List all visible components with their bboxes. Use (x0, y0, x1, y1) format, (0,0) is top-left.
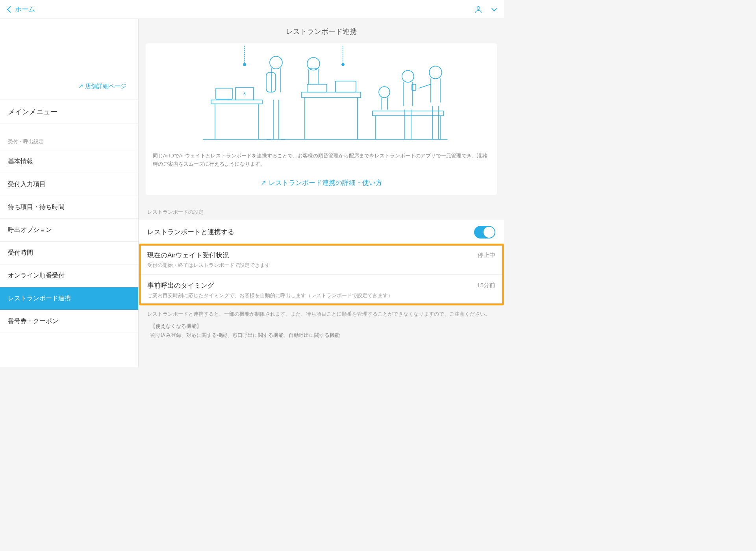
sidebar-item-ticket-coupon[interactable]: 番号券・クーポン (0, 310, 138, 333)
shop-link-label: 店舗詳細ページ (85, 83, 126, 89)
setting-row-reception-status[interactable]: 現在のAirウェイト受付状況 停止中 受付の開始・終了はレストランボードで設定で… (139, 244, 504, 275)
svg-rect-2 (211, 100, 262, 104)
svg-rect-24 (372, 111, 443, 116)
main-content: レストランボード連携 3 (139, 19, 504, 367)
svg-text:3: 3 (243, 92, 246, 96)
sidebar-section-label: 受付・呼出設定 (0, 124, 138, 150)
row-value: 停止中 (478, 251, 495, 259)
settings-list: レストランボートと連携する 現在のAirウェイト受付状況 停止中 受付の開始・終… (139, 220, 504, 305)
sidebar-item-basic-info[interactable]: 基本情報 (0, 150, 138, 173)
top-bar: ホーム (0, 0, 504, 19)
svg-rect-13 (266, 72, 276, 92)
external-link-icon: ↗ (261, 179, 266, 187)
svg-rect-18 (307, 84, 327, 92)
sidebar-item-reception-time[interactable]: 受付時間 (0, 242, 138, 264)
chevron-down-icon[interactable] (491, 6, 497, 11)
row-value: 15分前 (477, 282, 495, 289)
note-disabled-list: 割り込み登録、対応に関する機能、窓口呼出に関する機能、自動呼出に関する機能 (139, 331, 504, 347)
external-link-icon: ↗ (78, 83, 83, 89)
info-card: 3 (146, 43, 497, 195)
details-link-label: レストランボード連携の詳細・使い方 (269, 179, 382, 187)
svg-rect-5 (216, 88, 232, 99)
back-label: ホーム (15, 5, 35, 14)
details-link[interactable]: ↗レストランボード連携の詳細・使い方 (146, 171, 497, 195)
top-bar-right (474, 5, 496, 14)
row-title: 事前呼出のタイミング (147, 281, 214, 290)
row-desc: 受付の開始・終了はレストランボードで設定できます (147, 262, 495, 269)
restaurant-illustration: 3 (146, 43, 497, 146)
page-title: レストランボード連携 (139, 19, 504, 43)
svg-rect-15 (302, 92, 361, 98)
sidebar-item-input-fields[interactable]: 受付入力項目 (0, 173, 138, 196)
sidebar-item-wait-items[interactable]: 待ち項目・待ち時間 (0, 196, 138, 219)
svg-point-20 (379, 87, 390, 98)
settings-section-label: レストランボードの設定 (139, 199, 504, 220)
note-disabled-heading: 【使えなくなる機能】 (139, 320, 504, 331)
back-button[interactable]: ホーム (8, 5, 35, 14)
shop-detail-link[interactable]: ↗店舗詳細ページ (0, 83, 138, 100)
row-desc: ご案内目安時刻に応じたタイミングで、お客様を自動的に呼出します（レストランボード… (147, 292, 495, 299)
sidebar-item-call-options[interactable]: 呼出オプション (0, 219, 138, 242)
row-title: 現在のAirウェイト受付状況 (147, 251, 229, 260)
sidebar: ↗店舗詳細ページ メインメニュー 受付・呼出設定 基本情報 受付入力項目 待ち項… (0, 19, 139, 367)
svg-point-23 (429, 66, 442, 79)
svg-point-0 (477, 6, 480, 9)
integration-toggle[interactable] (474, 226, 495, 239)
setting-row-precall-timing[interactable]: 事前呼出のタイミング 15分前 ご案内目安時刻に応じたタイミングで、お客様を自動… (139, 275, 504, 305)
svg-point-12 (270, 56, 282, 69)
sidebar-item-online-queue[interactable]: オンライン順番受付 (0, 264, 138, 287)
card-description: 同じAirIDでAirウェイトとレストランボードを連携することで、お客様の順番管… (146, 146, 497, 171)
svg-point-11 (342, 63, 344, 66)
main-menu-item[interactable]: メインメニュー (0, 100, 138, 124)
svg-rect-19 (335, 81, 356, 92)
chevron-left-icon (7, 6, 14, 13)
user-icon[interactable] (474, 5, 483, 14)
svg-point-21 (402, 70, 414, 82)
note-restrictions: レストランボードと連携すると、一部の機能が制限されます。また、待ち項目ごとに順番… (139, 305, 504, 320)
setting-row-integration-toggle: レストランボートと連携する (139, 220, 504, 244)
svg-point-9 (243, 63, 246, 66)
row-title: レストランボートと連携する (147, 227, 234, 237)
sidebar-item-restaurant-board[interactable]: レストランボード連携 (0, 287, 138, 310)
